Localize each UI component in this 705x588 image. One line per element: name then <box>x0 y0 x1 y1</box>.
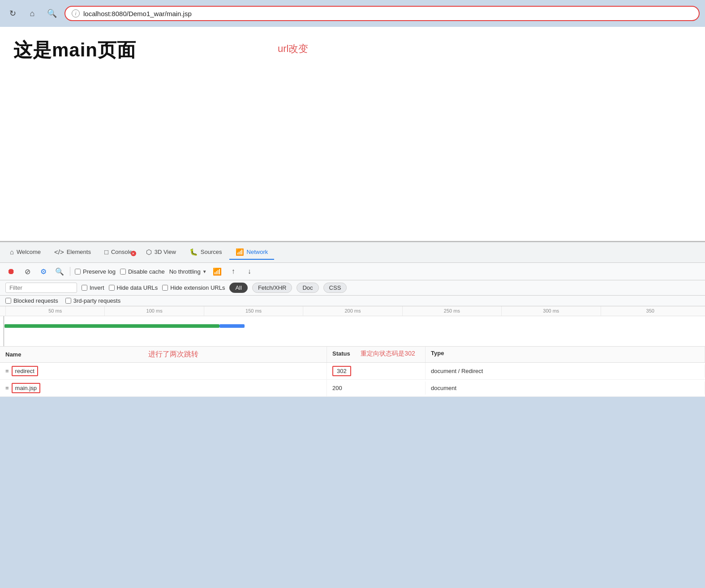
filter-input[interactable] <box>5 283 77 293</box>
preserve-log-input[interactable] <box>75 269 81 275</box>
tab-network[interactable]: 📶 Network <box>229 245 275 260</box>
download-button[interactable]: ↓ <box>244 266 255 277</box>
col-status-header: Status 重定向状态码是302 <box>327 347 426 362</box>
network-icon: 📶 <box>236 248 244 256</box>
search-button[interactable]: 🔍 <box>45 6 59 21</box>
3dview-icon: ⬡ <box>146 248 152 256</box>
chevron-down-icon: ▼ <box>202 269 207 274</box>
redirect-type: document / Redirect <box>431 368 483 374</box>
blocked-requests-checkbox[interactable]: Blocked requests <box>5 297 58 304</box>
tab-3dview[interactable]: ⬡ 3D View <box>140 245 182 260</box>
record-button[interactable]: ⏺ <box>5 266 17 277</box>
tick-350: 350 <box>601 306 700 316</box>
console-error-badge: ✕ <box>131 251 136 256</box>
redirect-name: redirect <box>12 366 38 376</box>
invert-label: Invert <box>90 284 104 291</box>
network-table: Name 进行了两次跳转 Status 重定向状态码是302 Type ≡ re… <box>0 347 705 397</box>
type-cell-redirect: document / Redirect <box>426 365 705 378</box>
timeline-vline <box>4 316 4 347</box>
hide-ext-urls-input[interactable] <box>162 285 168 291</box>
page-content: 这是main页面 url改变 <box>0 27 705 242</box>
disable-cache-checkbox[interactable]: Disable cache <box>120 268 165 275</box>
redirect-status: 302 <box>332 366 351 376</box>
waterfall-bars <box>4 324 246 328</box>
invert-input[interactable] <box>82 285 87 291</box>
timeline-chart <box>0 316 705 347</box>
filter-button[interactable]: ⚙ <box>38 266 49 277</box>
preserve-log-checkbox[interactable]: Preserve log <box>75 268 116 275</box>
doc-icon: ≡ <box>5 368 9 374</box>
main-status: 200 <box>332 385 342 391</box>
filter-fetch-xhr-button[interactable]: Fetch/XHR <box>252 283 292 293</box>
tick-300: 300 ms <box>501 306 600 316</box>
tab-console[interactable]: □ Console ✕ <box>98 245 139 259</box>
invert-checkbox[interactable]: Invert <box>82 284 104 291</box>
col-type-header: Type <box>426 347 705 362</box>
address-bar[interactable]: i localhost:8080/Demo1_war/main.jsp <box>64 6 700 21</box>
tab-welcome[interactable]: ⌂ Welcome <box>4 245 47 259</box>
sources-icon: 🐛 <box>189 248 198 256</box>
tab-3dview-label: 3D View <box>155 249 176 255</box>
col-name-label: Name <box>5 351 21 358</box>
url-changed-annotation: url改变 <box>278 42 308 56</box>
bar-green <box>4 324 219 328</box>
upload-button[interactable]: ↑ <box>228 266 239 277</box>
type-cell-main: document <box>426 382 705 395</box>
filter-doc-button[interactable]: Doc <box>297 283 318 293</box>
third-party-label: 3rd-party requests <box>73 297 121 304</box>
tab-elements-label: Elements <box>67 249 91 255</box>
table-row[interactable]: ≡ main.jsp 200 document <box>0 380 705 397</box>
bar-blue <box>219 324 245 328</box>
filter-css-button[interactable]: CSS <box>323 283 347 293</box>
filter-all-button[interactable]: All <box>229 283 247 293</box>
table-header-area: Name 进行了两次跳转 Status 重定向状态码是302 Type <box>0 347 705 363</box>
tab-sources[interactable]: 🐛 Sources <box>183 245 228 260</box>
timeline-area: 50 ms 100 ms 150 ms 200 ms 250 ms 300 ms… <box>0 306 705 347</box>
url-text: localhost:8080/Demo1_war/main.jsp <box>83 10 192 17</box>
refresh-button[interactable]: ↻ <box>5 6 20 21</box>
throttle-label: No throttling <box>169 268 201 275</box>
tab-elements[interactable]: </> Elements <box>48 245 97 259</box>
tab-sources-label: Sources <box>201 249 222 255</box>
welcome-icon: ⌂ <box>10 248 14 256</box>
table-row[interactable]: ≡ redirect 302 document / Redirect <box>0 363 705 380</box>
clear-button[interactable]: ⊘ <box>21 266 33 277</box>
page-main-title: 这是main页面 <box>13 38 692 63</box>
online-button[interactable]: 📶 <box>211 266 223 277</box>
console-icon: □ <box>104 248 108 256</box>
third-party-input[interactable] <box>65 298 71 304</box>
blocked-bar: Blocked requests 3rd-party requests <box>0 296 705 306</box>
throttle-selector[interactable]: No throttling ▼ <box>169 268 207 275</box>
hide-data-urls-input[interactable] <box>109 285 115 291</box>
home-button[interactable]: ⌂ <box>25 6 39 21</box>
status-cell-redirect: 302 <box>327 363 426 379</box>
browser-chrome: ↻ ⌂ 🔍 i localhost:8080/Demo1_war/main.js… <box>0 0 705 27</box>
hide-ext-urls-checkbox[interactable]: Hide extension URLs <box>162 284 225 291</box>
table-header: Name 进行了两次跳转 Status 重定向状态码是302 Type <box>0 347 705 363</box>
main-type: document <box>431 385 456 391</box>
hide-ext-urls-label: Hide extension URLs <box>170 284 225 291</box>
status-cell-main: 200 <box>327 382 426 395</box>
annotation-jump: 进行了两次跳转 <box>148 350 198 358</box>
search-button[interactable]: 🔍 <box>54 266 65 277</box>
name-cell-inner-main: ≡ main.jsp <box>5 383 321 393</box>
tab-network-label: Network <box>247 249 268 255</box>
col-type-label: Type <box>431 350 444 356</box>
blocked-requests-input[interactable] <box>5 298 11 304</box>
name-cell-main: ≡ main.jsp <box>0 380 327 396</box>
tab-console-label: Console <box>111 249 133 255</box>
tick-200: 200 ms <box>303 306 402 316</box>
tick-150: 150 ms <box>204 306 303 316</box>
tick-100: 100 ms <box>104 306 203 316</box>
doc-icon-main: ≡ <box>5 385 9 391</box>
hide-data-urls-label: Hide data URLs <box>117 284 158 291</box>
main-name: main.jsp <box>12 383 40 393</box>
devtools-toolbar: ⏺ ⊘ ⚙ 🔍 Preserve log Disable cache No th… <box>0 263 705 280</box>
third-party-checkbox[interactable]: 3rd-party requests <box>65 297 121 304</box>
hide-data-urls-checkbox[interactable]: Hide data URLs <box>109 284 158 291</box>
info-icon: i <box>72 9 80 17</box>
devtools-tabbar: ⌂ Welcome </> Elements □ Console ✕ ⬡ 3D … <box>0 242 705 263</box>
preserve-log-label: Preserve log <box>83 268 116 275</box>
disable-cache-input[interactable] <box>120 269 126 275</box>
filter-bar: Invert Hide data URLs Hide extension URL… <box>0 280 705 296</box>
